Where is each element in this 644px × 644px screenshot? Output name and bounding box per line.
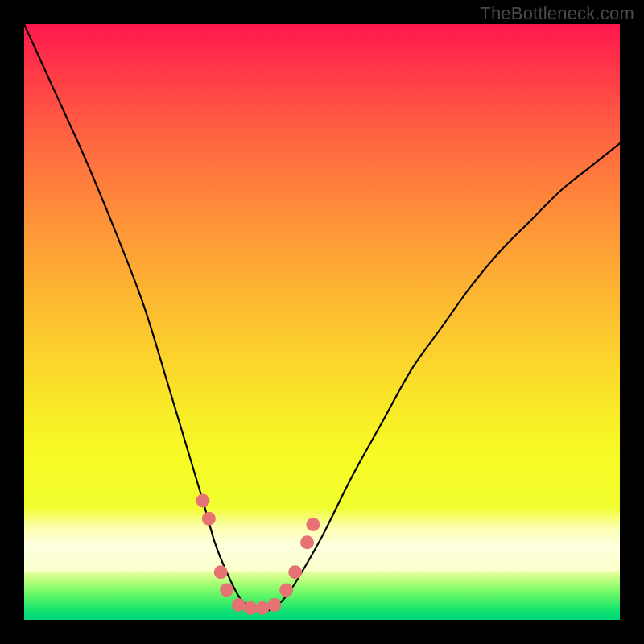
curve-marker	[244, 601, 258, 615]
plot-area	[24, 24, 620, 620]
curve-marker	[256, 601, 270, 615]
watermark-text: TheBottleneck.com	[480, 3, 634, 24]
curve-marker	[267, 598, 281, 612]
bottleneck-curve	[24, 24, 620, 611]
curve-marker	[220, 584, 233, 597]
curve-marker	[279, 584, 293, 597]
curve-marker	[300, 535, 314, 549]
curve-marker	[202, 512, 216, 526]
curve-marker	[196, 494, 210, 508]
curve-marker	[232, 598, 246, 612]
curve-marker	[214, 565, 228, 579]
curve-markers	[196, 494, 320, 615]
curve-layer	[24, 24, 620, 620]
chart-frame: TheBottleneck.com	[0, 0, 644, 644]
curve-marker	[306, 518, 320, 531]
curve-marker	[288, 565, 302, 579]
